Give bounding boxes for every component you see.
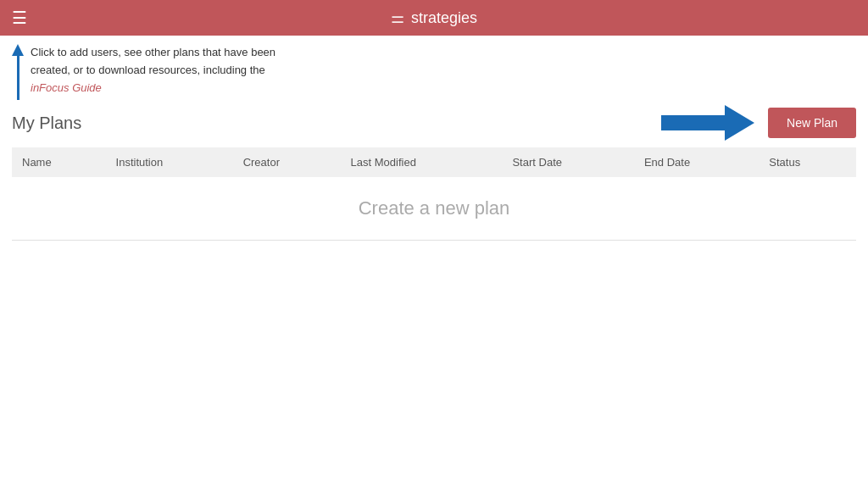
infocus-guide-link[interactable]: inFocus Guide [31,81,102,94]
col-name: Name [12,147,106,177]
col-last-modified: Last Modified [341,147,503,177]
col-institution: Institution [106,147,233,177]
navbar-title: ⚌ strategies [391,8,477,27]
navbar-logo-icon: ⚌ [391,8,404,27]
page-header: My Plans New Plan [12,105,856,141]
col-start-date: Start Date [502,147,633,177]
table-body: Create a new plan [12,177,856,241]
table-header: Name Institution Creator Last Modified S… [12,147,856,177]
navbar: ☰ ⚌ strategies [0,0,868,36]
empty-message: Create a new plan [12,177,856,241]
annotation-vertical-line [17,56,19,100]
svg-marker-0 [661,105,754,141]
col-end-date: End Date [634,147,759,177]
annotation-up-arrow [12,44,24,56]
header-actions: New Plan [661,105,856,141]
main-content: My Plans New Plan Name Institution Creat… [0,105,868,241]
menu-icon[interactable]: ☰ [12,8,27,28]
col-creator: Creator [233,147,341,177]
right-arrow-indicator [661,105,754,141]
plans-table: Name Institution Creator Last Modified S… [12,147,856,241]
table-empty-row: Create a new plan [12,177,856,241]
col-status: Status [759,147,856,177]
new-plan-button[interactable]: New Plan [768,108,856,138]
annotation-text: Click to add users, see other plans that… [31,44,275,97]
table-header-row: Name Institution Creator Last Modified S… [12,147,856,177]
page-title: My Plans [12,114,81,133]
